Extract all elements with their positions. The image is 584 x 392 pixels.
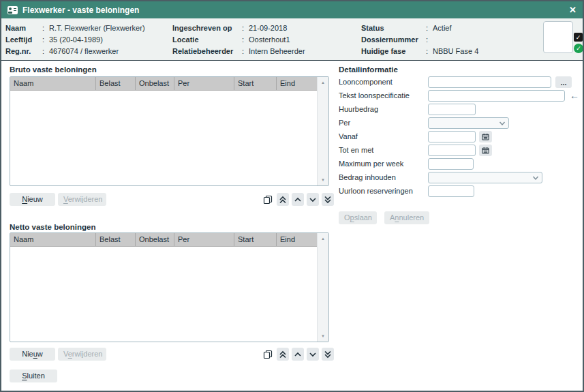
scroll-down-icon[interactable]: ▼	[318, 334, 328, 338]
opslaan-button[interactable]: Opslaan	[339, 211, 377, 224]
label-looncomponent: Looncomponent	[339, 76, 393, 88]
title-bar: Flexwerker - vaste beloningen ✕	[1, 1, 583, 18]
bruto-section-title: Bruto vaste beloningen	[10, 65, 97, 74]
vanaf-calendar-button[interactable]	[479, 131, 492, 142]
info-row-ingeschreven: Ingeschreven op : 21-09-2018	[172, 22, 305, 34]
label-uurloon-reserveringen: Uurloon reserveringen	[339, 185, 413, 197]
column-header-belast: Belast	[96, 233, 136, 246]
netto-reorder-toolbar	[262, 348, 334, 361]
column-header-naam: Naam	[10, 77, 96, 90]
info-row-huidige-fase: Huidige fase : NBBU Fase 4	[361, 46, 478, 57]
info-row-locatie: Locatie : Oosterhout1	[172, 34, 305, 46]
employee-info-header: Naam : R.T. Flexwerker (Flexwerker) Leef…	[1, 18, 583, 61]
checked-checkbox-icon[interactable]: ✓	[574, 33, 583, 42]
label-vanaf: Vanaf	[339, 131, 358, 142]
chevron-down-icon	[532, 175, 539, 181]
move-bottom-icon[interactable]	[322, 193, 334, 206]
netto-table-scrollbar[interactable]: ▲ ▼	[317, 233, 328, 342]
info-row-dossiernummer: Dossiernummer :	[361, 34, 478, 46]
column-header-eind: Eind	[277, 233, 317, 246]
ellipsis-icon: ...	[560, 78, 566, 87]
column-header-start: Start	[234, 233, 277, 246]
status-ok-icon: ✓	[574, 44, 583, 53]
huurbedrag-input[interactable]	[428, 104, 476, 115]
column-header-naam: Naam	[10, 233, 96, 246]
netto-section-title: Netto vaste beloningen	[10, 223, 96, 231]
looncomponent-input[interactable]	[428, 76, 551, 88]
per-select[interactable]	[428, 117, 509, 129]
tekst-loonspecificatie-input[interactable]	[428, 90, 565, 102]
info-column-1: Naam : R.T. Flexwerker (Flexwerker) Leef…	[5, 22, 145, 57]
move-down-icon[interactable]	[307, 348, 319, 361]
chevron-down-icon	[499, 121, 506, 126]
close-icon[interactable]: ✕	[569, 5, 577, 14]
uurloon-reserveringen-input[interactable]	[428, 185, 474, 197]
tot-en-met-input[interactable]	[428, 145, 476, 156]
annuleren-button[interactable]: Annuleren	[384, 211, 429, 224]
copy-icon[interactable]	[262, 348, 274, 361]
bruto-nieuw-button[interactable]: Nieuw	[10, 193, 55, 206]
column-header-per: Per	[174, 77, 234, 90]
column-header-per: Per	[174, 233, 234, 246]
move-bottom-icon[interactable]	[322, 348, 334, 361]
netto-table[interactable]: Naam Belast Onbelast Per Start Eind ▲ ▼	[10, 232, 329, 342]
scroll-up-icon[interactable]: ▲	[318, 237, 328, 241]
looncomponent-lookup-button[interactable]: ...	[555, 76, 572, 88]
arrow-left-icon[interactable]: ←	[570, 90, 579, 102]
photo-placeholder	[543, 21, 573, 53]
info-column-3: Status : Actief Dossiernummer : Huidige …	[361, 22, 478, 57]
maximum-per-week-input[interactable]	[428, 158, 474, 170]
label-tot-en-met: Tot en met	[339, 145, 373, 156]
label-tekst-loonspecificatie: Tekst loonspecificatie	[339, 90, 410, 102]
label-maximum-per-week: Maximum per week	[339, 158, 403, 170]
dialog-flexwerker-vaste-beloningen: Flexwerker - vaste beloningen ✕ Naam : R…	[0, 0, 584, 392]
tot-en-met-calendar-button[interactable]	[479, 145, 492, 156]
info-column-2: Ingeschreven op : 21-09-2018 Locatie : O…	[172, 22, 305, 57]
column-header-start: Start	[234, 77, 277, 90]
window-title: Flexwerker - vaste beloningen	[22, 5, 139, 15]
vanaf-input[interactable]	[428, 131, 476, 142]
bruto-table[interactable]: Naam Belast Onbelast Per Start Eind ▲ ▼	[10, 76, 329, 186]
bruto-table-scrollbar[interactable]: ▲ ▼	[317, 77, 328, 185]
scroll-down-icon[interactable]: ▼	[318, 178, 328, 182]
column-header-belast: Belast	[96, 77, 136, 90]
info-row-naam: Naam : R.T. Flexwerker (Flexwerker)	[5, 22, 145, 34]
move-down-icon[interactable]	[307, 193, 319, 206]
netto-table-header: Naam Belast Onbelast Per Start Eind	[10, 233, 317, 247]
sluiten-button[interactable]: Sluiten	[10, 370, 57, 382]
label-bedrag-inhouden: Bedrag inhouden	[339, 172, 396, 183]
copy-icon[interactable]	[262, 193, 274, 206]
bruto-verwijderen-button[interactable]: Verwijderen	[58, 193, 106, 206]
netto-verwijderen-button[interactable]: Verwijderen	[58, 348, 106, 361]
label-huurbedrag: Huurbedrag	[339, 104, 378, 115]
scroll-up-icon[interactable]: ▲	[318, 80, 328, 85]
bruto-table-header: Naam Belast Onbelast Per Start Eind	[10, 77, 317, 91]
bruto-reorder-toolbar	[262, 193, 334, 206]
info-row-leeftijd: Leeftijd : 35 (20-04-1989)	[5, 34, 145, 46]
move-top-icon[interactable]	[277, 348, 289, 361]
label-per: Per	[339, 117, 350, 129]
info-row-status: Status : Actief	[361, 22, 478, 34]
column-header-eind: Eind	[277, 77, 317, 90]
info-row-relatiebeheerder: Relatiebeheerder : Intern Beheerder	[172, 46, 305, 57]
column-header-onbelast: Onbelast	[136, 233, 174, 246]
calendar-icon	[482, 147, 489, 154]
contact-card-icon	[7, 6, 18, 14]
netto-nieuw-button[interactable]: Nieuw	[10, 348, 55, 361]
calendar-icon	[482, 133, 489, 140]
bedrag-inhouden-select[interactable]	[428, 172, 542, 183]
move-up-icon[interactable]	[292, 348, 304, 361]
detail-section-title: Detailinformatie	[339, 65, 398, 74]
move-up-icon[interactable]	[292, 193, 304, 206]
column-header-onbelast: Onbelast	[136, 77, 174, 90]
move-top-icon[interactable]	[277, 193, 289, 206]
info-row-regnr: Reg.nr. : 4676074 / flexwerker	[5, 46, 145, 57]
